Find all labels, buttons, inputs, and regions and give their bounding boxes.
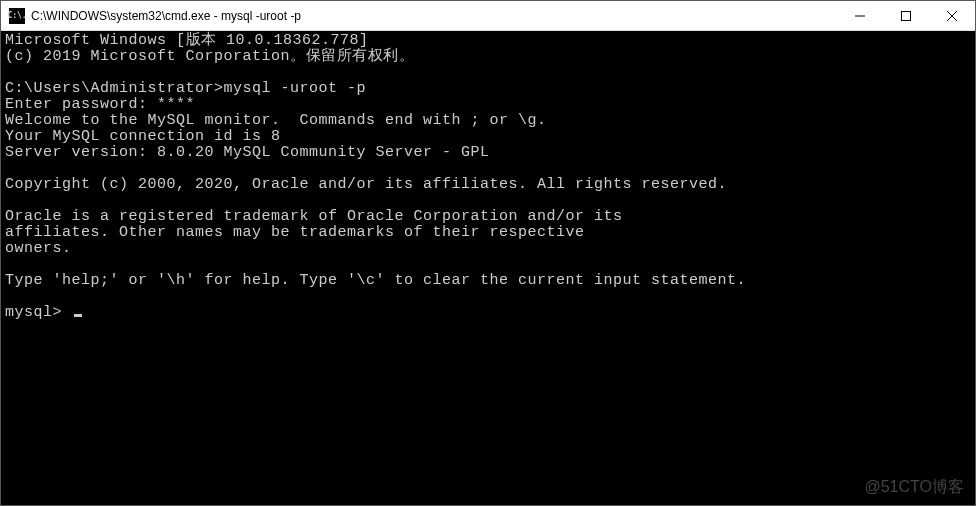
terminal-line: Welcome to the MySQL monitor. Commands e… — [5, 112, 547, 129]
terminal-line: (c) 2019 Microsoft Corporation。保留所有权利。 — [5, 48, 414, 65]
terminal-line: Copyright (c) 2000, 2020, Oracle and/or … — [5, 176, 727, 193]
terminal-body[interactable]: Microsoft Windows [版本 10.0.18362.778] (c… — [1, 31, 975, 505]
cmd-window: C:\. C:\WINDOWS\system32\cmd.exe - mysql… — [0, 0, 976, 506]
window-title: C:\WINDOWS\system32\cmd.exe - mysql -uro… — [31, 9, 837, 23]
terminal-line: Enter password: **** — [5, 96, 195, 113]
watermark: @51CTO博客 — [864, 477, 964, 498]
titlebar[interactable]: C:\. C:\WINDOWS\system32\cmd.exe - mysql… — [1, 1, 975, 31]
terminal-line: Microsoft Windows [版本 10.0.18362.778] — [5, 32, 369, 49]
window-controls — [837, 1, 975, 30]
terminal-line: owners. — [5, 240, 72, 257]
maximize-button[interactable] — [883, 1, 929, 30]
cmd-icon: C:\. — [9, 8, 25, 24]
terminal-line: affiliates. Other names may be trademark… — [5, 224, 585, 241]
terminal-line: Type 'help;' or '\h' for help. Type '\c'… — [5, 272, 746, 289]
terminal-line: Server version: 8.0.20 MySQL Community S… — [5, 144, 490, 161]
terminal-line: mysql> — [5, 304, 72, 321]
terminal-line: C:\Users\Administrator>mysql -uroot -p — [5, 80, 366, 97]
cursor — [74, 314, 82, 317]
close-button[interactable] — [929, 1, 975, 30]
svg-rect-1 — [902, 11, 911, 20]
terminal-line: Your MySQL connection id is 8 — [5, 128, 281, 145]
terminal-line: Oracle is a registered trademark of Orac… — [5, 208, 623, 225]
minimize-button[interactable] — [837, 1, 883, 30]
